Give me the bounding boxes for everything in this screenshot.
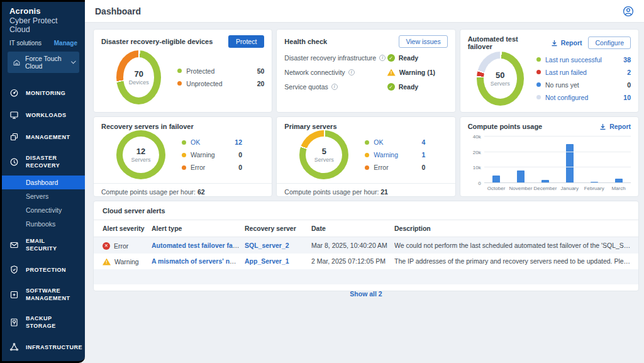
- legend-label[interactable]: OK: [374, 138, 383, 146]
- protect-button[interactable]: Protect: [228, 35, 264, 48]
- org-label: IT solutions: [9, 40, 42, 47]
- recovery-server-link[interactable]: App_Server_1: [245, 257, 289, 265]
- report-link[interactable]: Report: [551, 39, 582, 47]
- main-area: Dashboard Disaster recovery-eligible dev…: [85, 0, 644, 363]
- show-all-link-wrap: Show all 2: [94, 284, 638, 300]
- bar-column: [509, 137, 533, 183]
- legend-dot: [177, 81, 182, 86]
- chevron-down-icon: [71, 59, 76, 64]
- legend-label: Error: [374, 164, 388, 171]
- col-description: Description: [394, 220, 638, 237]
- sidebar-subitem-connectivity[interactable]: Connectivity: [2, 203, 85, 217]
- gauge-icon: [9, 88, 19, 98]
- legend-dot: [536, 57, 541, 62]
- tenant-selector[interactable]: Force Touch Cloud: [8, 52, 79, 73]
- legend-item: Protected50: [177, 67, 264, 75]
- card-compute-points-usage: Compute points usage Report 40k20k10k0: [460, 116, 639, 197]
- usage-bar-chart: 40k20k10k0: [468, 137, 631, 183]
- devices-legend: Protected50Unprotected20: [177, 67, 264, 87]
- health-check-rows: Disaster recovery infrastructure i ✓Read…: [284, 54, 447, 91]
- legend-dot: [536, 70, 541, 74]
- configure-button[interactable]: Configure: [588, 36, 631, 49]
- sidebar-subitem-runbooks[interactable]: Runbooks: [2, 217, 85, 231]
- triangle-nodes-icon: [9, 342, 19, 352]
- recovery-server-link[interactable]: SQL_server_2: [245, 242, 289, 249]
- download-icon: [551, 40, 558, 47]
- legend-label: Warning: [191, 151, 215, 159]
- sidebar-subitem-dashboard[interactable]: Dashboard: [2, 176, 85, 189]
- account-icon[interactable]: [623, 6, 634, 17]
- legend-item: Last run successful38: [536, 56, 631, 64]
- disaster-recovery-icon: [9, 157, 19, 167]
- health-row-label: Network connectivity: [284, 69, 345, 76]
- legend-label[interactable]: Warning: [374, 151, 398, 159]
- col-alert-severity: Alert severity: [94, 220, 152, 237]
- severity-label: Warning: [114, 258, 139, 265]
- envelope-icon: [9, 240, 19, 250]
- legend-dot: [182, 140, 186, 145]
- warning-triangle-icon: !: [103, 259, 111, 265]
- health-row-status: Warning (1): [399, 69, 435, 76]
- disaster-recovery-submenu: Dashboard Servers Connectivity Runbooks: [2, 176, 85, 231]
- legend-label[interactable]: Last run successful: [545, 56, 602, 64]
- health-row-label: Service quotas: [284, 83, 328, 91]
- sidebar-item-software-management[interactable]: SOFTWARE MANAGEMENT: [2, 281, 85, 308]
- sidebar-item-backup-storage[interactable]: BACKUP STORAGE: [2, 308, 85, 336]
- legend-value: 12: [235, 138, 242, 146]
- legend-value: 4: [421, 138, 425, 146]
- ready-check-icon: ✓: [387, 54, 395, 62]
- legend-value: 38: [623, 56, 631, 64]
- show-all-link[interactable]: Show all 2: [350, 290, 382, 298]
- legend-label[interactable]: OK: [191, 138, 200, 146]
- alert-description: We could not perform the last scheduled …: [394, 237, 638, 254]
- legend-item: Not configured10: [536, 94, 631, 101]
- legend-label[interactable]: Last run failed: [545, 69, 587, 76]
- alert-type-link[interactable]: A mismatch of servers' network...: [152, 257, 245, 265]
- compute-points-footnote: Compute points usage per hour: 62: [94, 183, 272, 196]
- bar-column: [606, 137, 631, 183]
- sidebar-item-monitoring[interactable]: MONITORING: [2, 82, 85, 104]
- sidebar-item-email-security[interactable]: EMAIL SECURITY: [2, 231, 85, 259]
- report-link[interactable]: Report: [599, 123, 631, 130]
- layers-icon: [9, 132, 19, 142]
- card-primary-servers: Primary servers 5 Servers OK4Warning1Err…: [276, 116, 455, 197]
- legend-item: Error0: [365, 164, 425, 171]
- sidebar-item-infrastructure[interactable]: INFRASTRUCTURE: [2, 336, 85, 358]
- recovery-donut-chart: 12 Servers: [116, 130, 165, 179]
- info-icon[interactable]: i: [379, 55, 386, 61]
- legend-value: 1: [421, 151, 425, 159]
- x-axis: OctoberNovemberDecemberJanuaryFebruaryMa…: [484, 186, 631, 191]
- sidebar-item-workloads[interactable]: WORKLOADS: [2, 104, 85, 126]
- legend-item: Last run failed2: [536, 69, 631, 76]
- legend-label[interactable]: Not configured: [545, 94, 588, 101]
- legend-dot: [536, 82, 541, 87]
- alert-type-link[interactable]: Automated test failover failed: [152, 242, 244, 249]
- download-icon: [599, 123, 606, 130]
- plot-area: [484, 137, 631, 183]
- health-row-infrastructure: Disaster recovery infrastructure i ✓Read…: [284, 54, 447, 62]
- sidebar-item-reports[interactable]: REPORTS: [2, 358, 85, 363]
- info-icon[interactable]: i: [331, 84, 338, 90]
- sidebar-subitem-servers[interactable]: Servers: [2, 189, 85, 203]
- x-tick-label: November: [509, 186, 533, 191]
- donut-center-label: Devices: [129, 79, 149, 86]
- legend-label: Error: [191, 164, 205, 171]
- donut-center-value: 5: [322, 147, 326, 156]
- table-row: !WarningA mismatch of servers' network..…: [94, 254, 638, 270]
- health-row-status: Ready: [399, 83, 419, 91]
- brand-logo: Acronis Cyber Protect Cloud: [2, 2, 85, 35]
- company-icon: [13, 59, 21, 67]
- manage-link[interactable]: Manage: [54, 40, 77, 47]
- sidebar-item-label: MONITORING: [26, 89, 65, 97]
- sidebar-item-disaster-recovery[interactable]: DISASTER RECOVERY: [2, 148, 85, 176]
- info-icon[interactable]: i: [348, 69, 355, 75]
- sidebar-item-protection[interactable]: PROTECTION: [2, 259, 85, 281]
- card-title: Health check: [284, 38, 327, 45]
- legend-value: 20: [257, 80, 265, 87]
- compute-points-footnote: Compute points usage per hour: 21: [277, 183, 455, 196]
- gridline: [484, 182, 631, 183]
- col-alert-type: Alert type: [152, 220, 245, 237]
- bar-column: [582, 137, 606, 183]
- sidebar-item-management[interactable]: MANAGEMENT: [2, 126, 85, 148]
- view-issues-button[interactable]: View issues: [399, 35, 447, 48]
